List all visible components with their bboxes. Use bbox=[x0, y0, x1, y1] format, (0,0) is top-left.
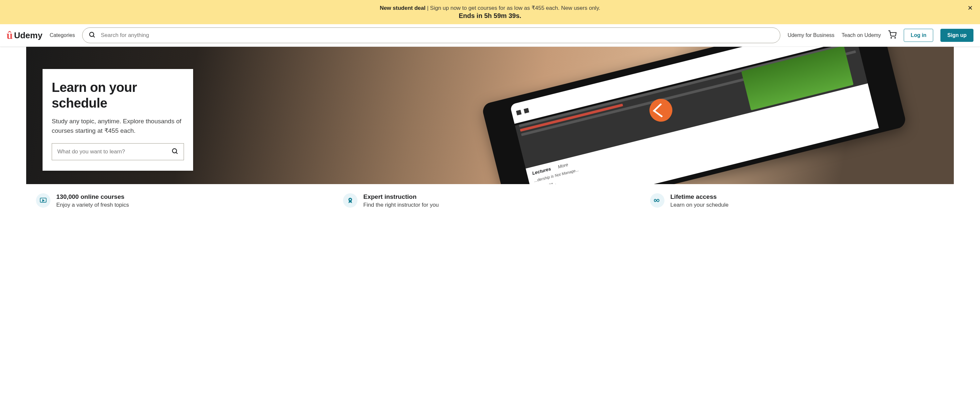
promo-text-line: New student deal | Sign up now to get co… bbox=[6, 5, 974, 11]
business-link[interactable]: Udemy for Business bbox=[788, 32, 834, 38]
search-icon[interactable] bbox=[171, 148, 178, 156]
svg-point-1 bbox=[891, 38, 892, 38]
feature-lifetime: Lifetime access Learn on your schedule bbox=[650, 193, 944, 208]
feature-title: Lifetime access bbox=[670, 193, 729, 200]
hero-card: Learn on your schedule Study any topic, … bbox=[43, 69, 193, 171]
logo-text: Udemy bbox=[14, 30, 43, 41]
feature-courses: 130,000 online courses Enjoy a variety o… bbox=[36, 193, 330, 208]
hero-title: Learn on your schedule bbox=[52, 79, 184, 111]
hero-subtitle: Study any topic, anytime. Explore thousa… bbox=[52, 117, 184, 135]
features-row: 130,000 online courses Enjoy a variety o… bbox=[36, 193, 944, 208]
svg-point-0 bbox=[90, 32, 94, 36]
feature-subtitle: Enjoy a variety of fresh topics bbox=[56, 202, 129, 208]
close-icon[interactable] bbox=[967, 5, 974, 13]
phone-tab-lectures: Lectures bbox=[531, 166, 551, 176]
logo[interactable]: û Udemy bbox=[6, 30, 43, 41]
offline-icon bbox=[647, 97, 675, 124]
login-button[interactable]: Log in bbox=[904, 29, 933, 42]
award-icon bbox=[343, 193, 358, 208]
promo-banner: New student deal | Sign up now to get co… bbox=[0, 0, 980, 24]
signup-button[interactable]: Sign up bbox=[940, 29, 974, 42]
cart-icon[interactable] bbox=[888, 30, 897, 40]
search-input[interactable] bbox=[101, 32, 774, 39]
menu-icon bbox=[516, 110, 522, 116]
search-icon bbox=[524, 108, 529, 113]
svg-point-6 bbox=[350, 199, 351, 200]
promo-countdown: Ends in 5h 59m 39s. bbox=[6, 12, 974, 20]
search-icon bbox=[88, 31, 95, 40]
play-screen-icon bbox=[36, 193, 50, 208]
categories-link[interactable]: Categories bbox=[50, 32, 75, 38]
svg-point-2 bbox=[895, 38, 896, 38]
feature-subtitle: Learn on your schedule bbox=[670, 202, 729, 208]
hero-section: û Udemy Lectures More ...dership is Not … bbox=[26, 47, 954, 184]
promo-sep: | bbox=[426, 5, 430, 11]
header: û Udemy Categories Udemy for Business Te… bbox=[0, 24, 980, 47]
feature-title: 130,000 online courses bbox=[56, 193, 129, 200]
hero-search[interactable] bbox=[52, 143, 184, 160]
header-search[interactable] bbox=[82, 27, 780, 43]
promo-bold: New student deal bbox=[380, 5, 426, 11]
feature-subtitle: Find the right instructor for you bbox=[363, 202, 439, 208]
teach-link[interactable]: Teach on Udemy bbox=[842, 32, 881, 38]
hero-search-input[interactable] bbox=[57, 149, 167, 155]
promo-text: Sign up now to get courses for as low as… bbox=[430, 5, 600, 11]
logo-mark-icon: û bbox=[6, 30, 13, 41]
phone-tab-more: More bbox=[557, 162, 569, 170]
infinity-icon bbox=[650, 193, 665, 208]
svg-point-3 bbox=[172, 149, 177, 153]
feature-expert: Expert instruction Find the right instru… bbox=[343, 193, 637, 208]
feature-title: Expert instruction bbox=[363, 193, 439, 200]
